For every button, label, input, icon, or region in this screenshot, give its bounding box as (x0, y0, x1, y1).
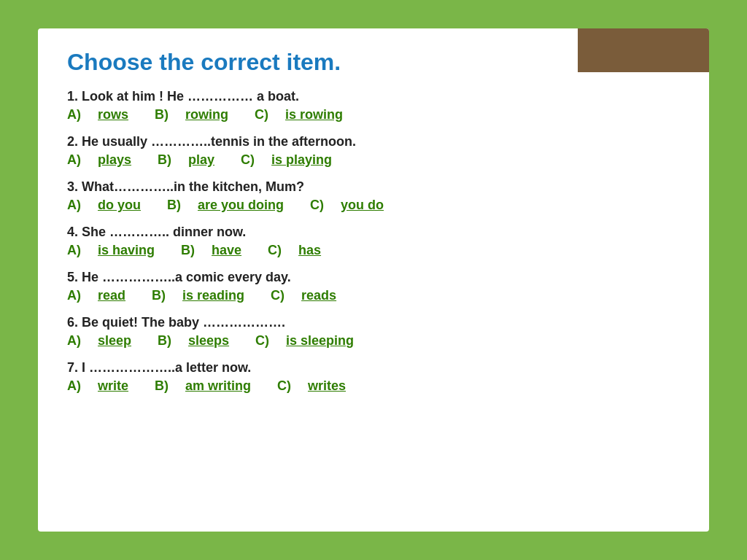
option-label: B) (155, 107, 172, 122)
question-7-options: A) writeB) am writingC) writes (67, 378, 680, 394)
option-label: C) (241, 152, 258, 167)
option-label: A) (67, 288, 85, 303)
question-4-option-1: A) is having (67, 243, 168, 257)
option-value: rows (98, 107, 128, 122)
question-3: 3. What…………..in the kitchen, Mum?A) do y… (67, 179, 680, 213)
question-6-text: 6. Be quiet! The baby ………………. (67, 315, 680, 330)
option-value: is having (98, 243, 155, 257)
question-3-options: A) do youB) are you doingC) you do (67, 198, 680, 213)
option-label: C) (310, 198, 328, 212)
question-7-option-1: A) write (67, 378, 142, 393)
option-label: A) (67, 152, 85, 167)
question-7-text: 7. I ………………..a letter now. (67, 360, 680, 376)
question-2-option-3: C) is playing (241, 152, 345, 167)
option-label: C) (268, 243, 285, 257)
question-6-options: A) sleepB) sleepsC) is sleeping (67, 333, 680, 349)
question-1-options: A) rowsB) rowingC) is rowing (67, 107, 680, 122)
question-6: 6. Be quiet! The baby ……………….A) sleepB) … (67, 315, 680, 349)
option-label: B) (158, 152, 175, 167)
option-label: B) (155, 378, 172, 393)
question-1: 1. Look at him ! He …………… a boat.A) rows… (67, 89, 680, 122)
question-4-option-3: C) has (268, 243, 334, 257)
option-label: B) (167, 198, 185, 212)
question-7-option-3: C) writes (277, 378, 359, 393)
option-value: sleep (98, 333, 131, 348)
option-label: C) (255, 107, 272, 122)
question-2-option-1: A) plays (67, 152, 144, 167)
main-card: Choose the correct item. 1. Look at him … (38, 28, 709, 532)
option-label: A) (67, 333, 85, 348)
question-4-option-2: B) have (181, 243, 255, 257)
option-value: do you (98, 198, 141, 212)
option-value: you do (341, 198, 384, 212)
question-1-option-3: C) is rowing (255, 107, 356, 122)
option-value: write (98, 378, 128, 393)
option-label: A) (67, 243, 85, 257)
question-5-option-3: C) reads (271, 288, 349, 303)
question-1-text: 1. Look at him ! He …………… a boat. (67, 89, 680, 104)
question-5-options: A) readB) is readingC) reads (67, 288, 680, 303)
question-3-option-1: A) do you (67, 198, 154, 212)
option-label: C) (255, 333, 273, 348)
option-value: is reading (182, 288, 244, 303)
question-6-option-3: C) is sleeping (255, 333, 367, 348)
option-value: am writing (185, 378, 251, 393)
question-1-option-1: A) rows (67, 107, 142, 122)
question-5: 5. He ……………..a comic every day.A) readB)… (67, 270, 680, 303)
question-2-options: A) playsB) playC) is playing (67, 152, 680, 168)
question-6-option-2: B) sleeps (158, 333, 242, 348)
question-2-option-2: B) play (158, 152, 228, 167)
option-value: play (188, 152, 214, 167)
question-1-option-2: B) rowing (155, 107, 241, 122)
option-label: B) (181, 243, 198, 257)
question-3-option-3: C) you do (310, 198, 397, 212)
outer-container: Choose the correct item. 1. Look at him … (23, 18, 724, 542)
question-4: 4. She ………….. dinner now.A) is havingB) … (67, 225, 680, 258)
option-label: A) (67, 378, 85, 393)
option-value: is playing (271, 152, 332, 167)
option-value: has (298, 243, 321, 257)
option-value: read (98, 288, 125, 303)
question-5-option-2: B) is reading (152, 288, 258, 303)
option-value: rowing (185, 107, 228, 122)
option-label: C) (277, 378, 295, 393)
question-6-option-1: A) sleep (67, 333, 144, 348)
question-5-option-1: A) read (67, 288, 139, 303)
question-7-option-2: B) am writing (155, 378, 264, 393)
question-4-options: A) is havingB) haveC) has (67, 243, 680, 258)
option-value: plays (98, 152, 131, 167)
option-label: A) (67, 198, 85, 212)
question-4-text: 4. She ………….. dinner now. (67, 225, 680, 240)
option-label: C) (271, 288, 288, 303)
question-7: 7. I ………………..a letter now.A) writeB) am … (67, 360, 680, 394)
corner-decoration (578, 28, 709, 72)
option-value: writes (308, 378, 346, 393)
option-value: are you doing (198, 198, 284, 212)
option-label: B) (158, 333, 175, 348)
option-value: is rowing (285, 107, 343, 122)
question-3-text: 3. What…………..in the kitchen, Mum? (67, 179, 680, 195)
option-value: sleeps (188, 333, 229, 348)
option-value: have (212, 243, 241, 257)
option-value: reads (301, 288, 336, 303)
question-2: 2. He usually …………..tennis in the aftern… (67, 134, 680, 168)
option-label: B) (152, 288, 169, 303)
questions-container: 1. Look at him ! He …………… a boat.A) rows… (67, 89, 680, 394)
question-2-text: 2. He usually …………..tennis in the aftern… (67, 134, 680, 149)
question-5-text: 5. He ……………..a comic every day. (67, 270, 680, 285)
question-3-option-2: B) are you doing (167, 198, 297, 212)
option-label: A) (67, 107, 85, 122)
option-value: is sleeping (286, 333, 354, 348)
